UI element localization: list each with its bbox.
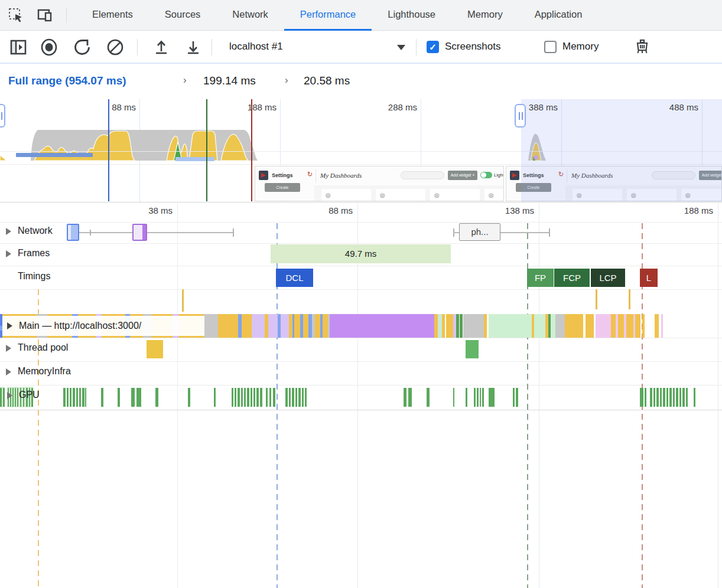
clear-icon[interactable] [106, 38, 124, 56]
tab-performance[interactable]: Performance [284, 0, 372, 31]
gpu-task-bar[interactable] [427, 388, 430, 407]
gpu-task-bar[interactable] [214, 388, 216, 407]
flame-segment[interactable] [611, 314, 616, 338]
gpu-task-bar[interactable] [266, 388, 268, 407]
flame-segment[interactable] [323, 314, 328, 338]
track-label-network[interactable]: Network [18, 226, 53, 236]
gpu-task-bar[interactable] [188, 388, 190, 407]
record-icon[interactable] [40, 38, 58, 56]
gpu-task-bar[interactable] [76, 388, 78, 407]
timing-badge-dcl[interactable]: DCL [276, 269, 313, 287]
gpu-task-bar[interactable] [482, 388, 484, 407]
memory-label[interactable]: Memory [562, 41, 599, 53]
flame-segment[interactable] [532, 314, 534, 338]
flame-segment[interactable] [281, 314, 289, 338]
flame-segment[interactable] [489, 314, 545, 338]
gpu-task-bar[interactable] [12, 388, 14, 407]
gpu-task-bar[interactable] [136, 388, 141, 407]
timeline-overview[interactable]: Settings ↻ My Dashboards Add widget + Li… [0, 99, 722, 202]
expand-network-icon[interactable] [6, 228, 11, 235]
tab-sources[interactable]: Sources [149, 0, 217, 31]
gpu-task-bar[interactable] [15, 388, 16, 407]
gpu-task-bar[interactable] [666, 388, 668, 407]
flame-segment[interactable] [446, 314, 453, 338]
gpu-task-bar[interactable] [513, 388, 515, 407]
flame-segment[interactable] [586, 314, 594, 338]
track-label-memoryinfra[interactable]: MemoryInfra [18, 366, 71, 377]
reload-record-icon[interactable] [73, 38, 91, 56]
gpu-task-bar[interactable] [298, 388, 301, 407]
profile-select-caret-icon[interactable] [397, 45, 405, 50]
inspect-icon[interactable] [8, 8, 24, 23]
gpu-task-bar[interactable] [669, 388, 672, 407]
expand-frames-icon[interactable] [6, 250, 11, 257]
gpu-task-bar[interactable] [260, 388, 262, 407]
flame-chart[interactable]: 38 ms88 ms138 ms188 ms Network ph... Fra… [0, 203, 722, 588]
flame-segment[interactable] [330, 314, 434, 338]
gpu-task-bar[interactable] [238, 388, 240, 407]
gpu-task-bar[interactable] [3, 388, 5, 407]
gpu-task-bar[interactable] [67, 388, 69, 407]
flame-segment[interactable] [438, 314, 442, 338]
flame-segment[interactable] [596, 314, 611, 338]
frame-bar[interactable]: 49.7 ms [271, 244, 451, 263]
breadcrumb-item[interactable]: Full range (954.07 ms) [8, 74, 126, 87]
save-profile-icon[interactable] [184, 38, 202, 56]
gpu-task-bar[interactable] [241, 388, 243, 407]
track-label-frames[interactable]: Frames [18, 248, 50, 259]
timing-badge-l[interactable]: L [640, 269, 658, 287]
flame-segment[interactable] [655, 314, 659, 338]
flame-segment[interactable] [618, 314, 624, 338]
track-label-gpu[interactable]: GPU [19, 390, 40, 400]
gpu-task-bar[interactable] [131, 388, 135, 407]
tab-elements[interactable]: Elements [76, 0, 149, 31]
network-request[interactable] [132, 224, 147, 241]
flame-segment[interactable] [460, 314, 463, 338]
gpu-task-bar[interactable] [663, 388, 665, 407]
gpu-task-bar[interactable] [256, 388, 259, 407]
flame-segment[interactable] [635, 314, 640, 338]
flame-segment[interactable] [484, 314, 487, 338]
gpu-task-bar[interactable] [235, 388, 236, 407]
gpu-task-bar[interactable] [232, 388, 233, 407]
network-request-chip[interactable]: ph... [459, 223, 500, 241]
screenshots-checkbox[interactable]: ✓ [427, 41, 439, 53]
gpu-task-bar[interactable] [480, 388, 481, 407]
gpu-task-bar[interactable] [694, 388, 695, 407]
track-label-thread-pool[interactable]: Thread pool [18, 342, 68, 353]
gpu-task-bar[interactable] [302, 388, 304, 407]
gpu-task-bar[interactable] [640, 388, 643, 407]
toggle-sidebar-icon[interactable] [9, 38, 27, 56]
screenshots-label[interactable]: Screenshots [445, 41, 501, 53]
gpu-task-bar[interactable] [682, 388, 685, 407]
memory-checkbox[interactable] [544, 41, 557, 53]
flame-segment[interactable] [204, 314, 218, 338]
gpu-task-bar[interactable] [251, 388, 252, 407]
flame-segment[interactable] [626, 314, 633, 338]
breadcrumb-item[interactable]: 20.58 ms [304, 74, 350, 87]
flame-segment[interactable] [442, 314, 445, 338]
gpu-task-bar[interactable] [305, 388, 307, 407]
gpu-task-bar[interactable] [645, 388, 646, 407]
gpu-task-bar[interactable] [118, 388, 120, 407]
gpu-task-bar[interactable] [292, 388, 294, 407]
network-request[interactable] [67, 224, 79, 241]
gpu-task-bar[interactable] [101, 388, 103, 407]
gpu-task-bar[interactable] [285, 388, 288, 407]
gpu-task-bar[interactable] [516, 388, 518, 407]
gpu-task-bar[interactable] [676, 388, 678, 407]
gpu-task-bar[interactable] [79, 388, 81, 407]
track-label-timings[interactable]: Timings [18, 271, 50, 282]
gpu-task-bar[interactable] [466, 388, 467, 407]
expand-memoryinfra-icon[interactable] [6, 368, 11, 375]
flame-segment[interactable] [315, 314, 320, 338]
gpu-task-bar[interactable] [686, 388, 688, 407]
flame-segment[interactable] [555, 314, 565, 338]
gpu-task-bar[interactable] [656, 388, 659, 407]
thread-pool-task[interactable] [147, 340, 163, 358]
gpu-task-bar[interactable] [63, 388, 66, 407]
overview-window-left-handle[interactable] [0, 104, 5, 128]
collect-garbage-icon[interactable] [633, 38, 651, 56]
gpu-task-bar[interactable] [73, 388, 75, 407]
gpu-task-bar[interactable] [247, 388, 249, 407]
